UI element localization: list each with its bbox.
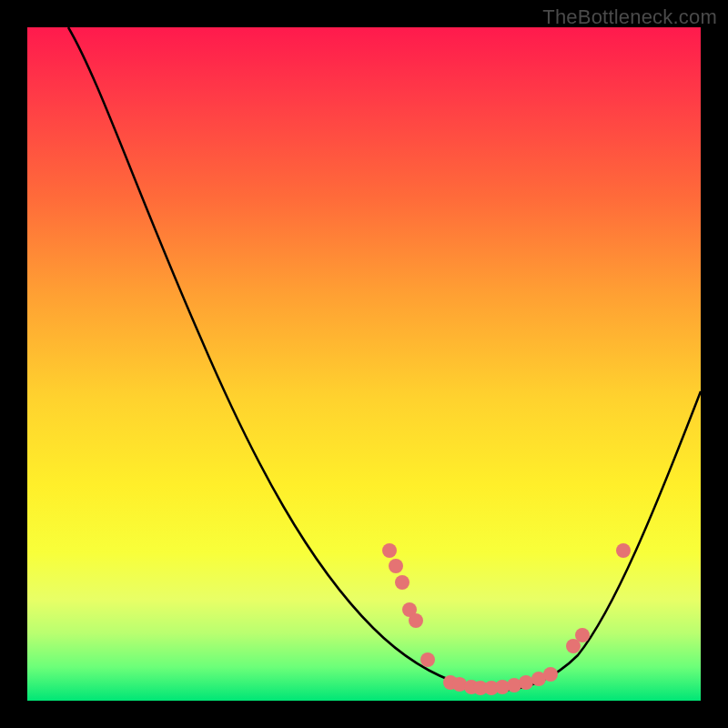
- watermark-text: TheBottleneck.com: [542, 5, 717, 29]
- scatter-point: [543, 667, 558, 682]
- scatter-group: [382, 543, 631, 695]
- bottleneck-curve: [68, 27, 701, 691]
- scatter-point: [575, 628, 590, 642]
- scatter-point: [420, 652, 435, 667]
- scatter-point: [395, 575, 410, 590]
- plot-area: [27, 27, 701, 701]
- scatter-point: [409, 613, 423, 628]
- chart-frame: TheBottleneck.com: [0, 0, 728, 728]
- scatter-point: [616, 543, 631, 558]
- scatter-point: [519, 675, 533, 690]
- scatter-point: [389, 559, 403, 573]
- plot-svg: [27, 27, 701, 701]
- scatter-point: [382, 543, 397, 558]
